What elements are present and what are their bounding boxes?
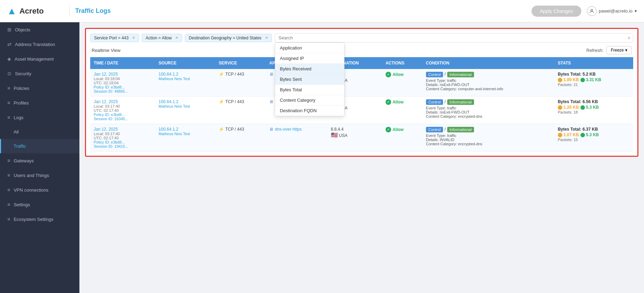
sidebar-item-gateways[interactable]: ≡ Gateways (0, 153, 79, 168)
ecosystem-icon: ≡ (7, 216, 10, 222)
main-layout: ⊞ Objects ⇄ Address Translation ◈ Asset … (0, 22, 644, 293)
sidebar-label-objects: Objects (15, 27, 30, 32)
cell-stats-1: Bytes Total: 5.2 KB ⬤ 1.89 KB ⬤ 3.31 KB … (554, 69, 633, 97)
sidebar-item-asset-management[interactable]: ◈ Asset Management (0, 52, 79, 66)
page-title: Traffic Logs (75, 7, 526, 15)
sidebar-item-security[interactable]: ⊙ Security (0, 66, 79, 81)
sidebar-label-profiles: Profiles (14, 100, 29, 106)
sidebar-label-address-translation: Address Translation (15, 42, 55, 47)
cell-stats-3: Bytes Total: 6.37 KB ⬤ 1.07 KB ⬤ 5.3 KB … (554, 124, 633, 152)
service-bolt-icon-3: ⚡ (219, 127, 224, 132)
filter-tag-service-port-label: Service Port = 443 (94, 36, 129, 40)
sidebar-item-ecosystem[interactable]: ≡ Ecosystem Settings (0, 212, 79, 226)
filter-tag-action: Action = Allow ✕ (142, 34, 182, 42)
filter-tag-action-label: Action = Allow (146, 36, 172, 40)
sidebar-label-users-things: Users and Things (14, 173, 49, 178)
cell-source-1: 100.64.1.2 Matheus Neis Test (155, 69, 215, 97)
service-bolt-icon: ⚡ (219, 72, 224, 77)
sidebar-label-gateways: Gateways (14, 158, 34, 163)
col-time-date: TIME / DATE (90, 57, 155, 69)
user-chevron-icon: ▾ (635, 8, 637, 14)
security-icon: ⊙ (7, 71, 11, 76)
app-monitor-icon-3: 🖥 (269, 127, 273, 132)
gateways-icon: ≡ (7, 158, 10, 163)
filter-tag-service-port-close[interactable]: ✕ (132, 36, 135, 40)
sidebar-item-logs[interactable]: ≡ Logs (0, 110, 79, 125)
realtime-row: Realtime View Refresh: Freeze ▾ (90, 46, 633, 54)
filter-section: Service Port = 443 ✕ Action = Allow ✕ De… (85, 28, 638, 157)
cell-service-3: ⚡ TCP / 443 (215, 124, 266, 152)
sidebar-item-settings[interactable]: ≡ Settings (0, 197, 79, 212)
filter-tag-service-port: Service Port = 443 ✕ (90, 34, 139, 42)
app-monitor-icon-2: 🖥 (269, 99, 273, 104)
freeze-button[interactable]: Freeze ▾ (606, 46, 632, 54)
cell-service-1: ⚡ TCP / 443 (215, 69, 266, 97)
filter-tag-dest-geo: Destination Geography = United States ✕ (185, 34, 272, 42)
refresh-area: Refresh: Freeze ▾ (587, 46, 632, 54)
sidebar: ⊞ Objects ⇄ Address Translation ◈ Asset … (0, 22, 79, 293)
col-condition: CONDITION (422, 57, 554, 69)
sidebar-label-asset-management: Asset Management (15, 56, 54, 62)
dropdown-item-assigned-ip[interactable]: Assigned IP (275, 53, 344, 64)
profiles-icon: ≡ (7, 100, 10, 106)
filter-tag-dest-geo-close[interactable]: ✕ (265, 36, 268, 40)
sidebar-label-traffic: Traffic (14, 144, 26, 149)
dropdown-item-content-category[interactable]: Content Category (275, 95, 344, 106)
sidebar-item-policies[interactable]: ≡ Policies (0, 81, 79, 95)
cell-condition-3: Control / Informational Event Type: traf… (422, 124, 554, 152)
filter-tag-dest-geo-label: Destination Geography = United States (189, 36, 261, 40)
col-stats: STATS (554, 57, 633, 69)
user-area[interactable]: pawel@acreto.io ▾ (587, 6, 637, 16)
col-source: SOURCE (155, 57, 215, 69)
sidebar-item-vpn[interactable]: ≡ VPN connections (0, 183, 79, 197)
cell-source-2: 100.64.1.2 Matheus Neis Test (155, 97, 215, 124)
app-monitor-icon: 🖥 (269, 72, 273, 77)
cell-time-3: Jan 12, 2025 Local: 03:17:40 UTC: 02:17:… (90, 124, 155, 152)
search-input[interactable] (275, 33, 633, 43)
sidebar-label-security: Security (15, 71, 31, 76)
vpn-icon: ≡ (7, 187, 10, 193)
sidebar-item-objects[interactable]: ⊞ Objects (0, 22, 79, 37)
cell-condition-2: Control / Informational Event Type: traf… (422, 97, 554, 124)
sidebar-item-address-translation[interactable]: ⇄ Address Translation (0, 37, 79, 52)
logo-area: ▲ Acreto (7, 6, 70, 17)
freeze-chevron-icon: ▾ (625, 48, 627, 53)
sidebar-label-policies: Policies (14, 86, 29, 91)
table-row: Jan 12, 2025 Local: 03:18:04 UTC: 02:18:… (90, 69, 633, 97)
cell-action-2: ✓ Allow (382, 97, 422, 124)
dropdown-item-bytes-sent[interactable]: Bytes Sent (275, 74, 344, 85)
cell-app-3: 🖥 dns-over-https (266, 124, 327, 152)
sidebar-label-all: All (14, 129, 18, 134)
sidebar-label-vpn: VPN connections (14, 187, 48, 193)
dropdown-item-bytes-received[interactable]: Bytes Received (275, 64, 344, 74)
sidebar-label-settings: Settings (14, 202, 30, 207)
cell-action-1: ✓ Allow (382, 69, 422, 97)
user-email: pawel@acreto.io (599, 8, 633, 14)
sidebar-item-all[interactable]: All (0, 125, 79, 139)
search-close-icon[interactable]: × (628, 35, 630, 41)
users-things-icon: ≡ (7, 172, 10, 178)
cell-dest-3: 8.8.4.4 🇺🇸 USA (327, 124, 382, 152)
dropdown-item-dest-fqdn[interactable]: Destination FQDN (275, 106, 344, 116)
col-actions: ACTIONS (382, 57, 422, 69)
realtime-label: Realtime View (92, 48, 121, 53)
dropdown-item-bytes-total[interactable]: Bytes Total (275, 85, 344, 95)
sidebar-label-logs: Logs (14, 115, 23, 120)
sidebar-item-profiles[interactable]: ≡ Profiles (0, 95, 79, 110)
table-row: Jan 12, 2025 Local: 03:17:40 UTC: 02:17:… (90, 97, 633, 124)
topbar: ▲ Acreto Traffic Logs Apply Changes pawe… (0, 0, 644, 22)
sidebar-item-traffic[interactable]: Traffic (0, 139, 79, 153)
search-input-wrap: × Application Assigned IP Bytes Received… (275, 33, 633, 43)
cell-time-1: Jan 12, 2025 Local: 03:18:04 UTC: 02:18:… (90, 69, 155, 97)
apply-changes-button[interactable]: Apply Changes (532, 6, 581, 17)
sidebar-item-users-things[interactable]: ≡ Users and Things (0, 168, 79, 183)
settings-icon: ≡ (7, 202, 10, 207)
log-table: TIME / DATE SOURCE SERVICE APPLICATION D… (90, 57, 633, 152)
asset-management-icon: ◈ (7, 56, 11, 62)
dropdown-item-application[interactable]: Application (275, 43, 344, 53)
service-bolt-icon-2: ⚡ (219, 99, 224, 104)
table-row: Jan 12, 2025 Local: 03:17:40 UTC: 02:17:… (90, 124, 633, 152)
cell-time-2: Jan 12, 2025 Local: 03:17:40 UTC: 02:17:… (90, 97, 155, 124)
cell-source-3: 100.64.1.2 Matheus Neis Test (155, 124, 215, 152)
filter-tag-action-close[interactable]: ✕ (175, 36, 178, 40)
